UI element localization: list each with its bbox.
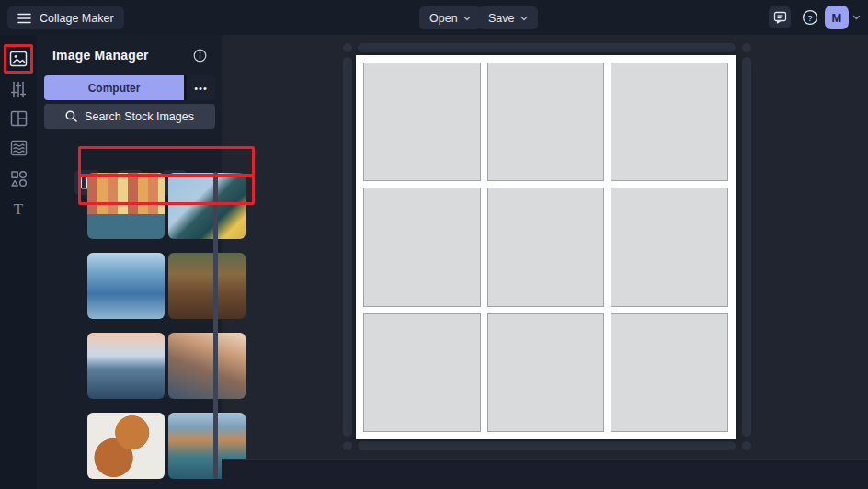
- vertical-scroll-track-left[interactable]: [343, 57, 352, 437]
- track-corner-dot: [343, 43, 352, 52]
- thumbnail-manarola-cliff-village[interactable]: [168, 333, 246, 399]
- search-button-label: Search Stock Images: [85, 110, 194, 123]
- sidebar-item-image-manager[interactable]: [8, 49, 29, 69]
- vertical-scroll-track-right[interactable]: [742, 57, 751, 437]
- panel-title: Image Manager: [52, 48, 149, 63]
- sidebar-item-layouts[interactable]: [8, 108, 29, 129]
- horizontal-scroll-track-top[interactable]: [358, 43, 736, 52]
- track-corner-dot: [742, 43, 751, 52]
- top-bar: Collage Maker Open Save ? M: [0, 0, 868, 35]
- collage-cell[interactable]: [611, 188, 728, 306]
- search-icon: [65, 110, 77, 122]
- tools-sidebar: T: [0, 35, 37, 489]
- hamburger-menu-icon[interactable]: [17, 13, 31, 24]
- collage-cell[interactable]: [611, 63, 728, 181]
- chevron-down-icon: [520, 15, 528, 22]
- collage-cell[interactable]: [611, 313, 728, 432]
- question-mark-icon: ?: [802, 9, 818, 26]
- feedback-button[interactable]: [769, 6, 791, 28]
- collage-cell[interactable]: [363, 188, 481, 306]
- collage-cell[interactable]: [363, 63, 481, 181]
- thumbnail-trattoria-storefront[interactable]: [168, 253, 246, 319]
- app-menu-chip[interactable]: Collage Maker: [7, 6, 124, 29]
- open-button[interactable]: Open: [419, 6, 481, 29]
- thumbnail-burano-colorful-street[interactable]: [87, 173, 165, 239]
- chevron-down-icon: [463, 15, 471, 22]
- save-button-label: Save: [488, 12, 515, 25]
- collage-cell[interactable]: [487, 63, 605, 181]
- bottom-toolbar: [222, 459, 868, 489]
- help-button[interactable]: ?: [799, 6, 821, 28]
- collage-cell[interactable]: [363, 313, 481, 432]
- chat-bubble-icon: [773, 11, 787, 24]
- save-button[interactable]: Save: [478, 6, 538, 29]
- image-manager-panel: Image Manager Computer ••• Search Stock …: [37, 35, 222, 489]
- sidebar-item-edit-adjustments[interactable]: [8, 79, 29, 99]
- horizontal-scroll-track-bottom[interactable]: [358, 441, 736, 450]
- track-corner-dot: [343, 441, 352, 450]
- upload-source-group: Computer •••: [44, 75, 215, 100]
- info-icon[interactable]: [193, 49, 207, 63]
- search-stock-images-button[interactable]: Search Stock Images: [44, 104, 215, 129]
- collage-canvas[interactable]: [356, 55, 736, 439]
- uploaded-images-list: [87, 173, 246, 479]
- open-button-label: Open: [429, 12, 458, 25]
- app-title: Collage Maker: [40, 12, 114, 25]
- sidebar-item-templates[interactable]: [8, 138, 29, 158]
- svg-text:?: ?: [807, 13, 812, 23]
- computer-upload-button[interactable]: Computer: [44, 75, 184, 100]
- account-chevron-down-icon[interactable]: [852, 14, 861, 21]
- thumbnail-passports-travel[interactable]: [168, 173, 246, 239]
- thumbnail-pizza-table[interactable]: [87, 413, 165, 479]
- thumbnail-couple-seaside-sunset[interactable]: [87, 333, 165, 399]
- collage-cell[interactable]: [487, 313, 605, 432]
- track-corner-dot: [742, 441, 751, 450]
- user-avatar[interactable]: M: [825, 6, 849, 29]
- sidebar-item-graphics[interactable]: [8, 168, 29, 188]
- collage-cell[interactable]: [487, 188, 605, 306]
- thumbnail-blue-alley[interactable]: [87, 253, 165, 319]
- panel-scrollbar[interactable]: [213, 172, 218, 479]
- sidebar-item-text[interactable]: T: [8, 199, 29, 219]
- more-options-button[interactable]: •••: [187, 75, 215, 100]
- collage-grid: [356, 55, 736, 439]
- svg-text:T: T: [14, 200, 24, 217]
